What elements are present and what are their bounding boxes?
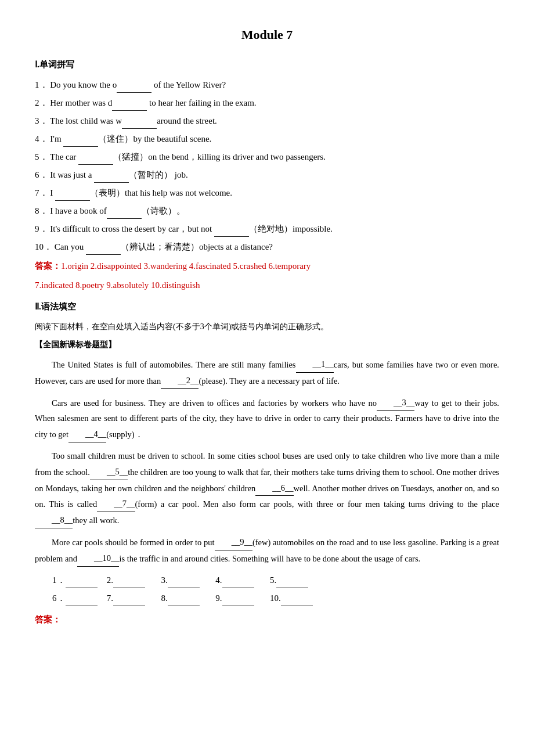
question-5: 5． The car （猛撞）on the bend，killing its d… — [35, 149, 499, 165]
answer-row-2: 6． 7. 8. 9. 10. — [35, 591, 499, 606]
section1: Ⅰ.单词拼写 1． Do you know the o of the Yello… — [35, 57, 499, 293]
tag-line: 【全国新课标卷题型】 — [35, 337, 499, 352]
para3-blank8: __8__ — [35, 512, 73, 528]
question-1: 1． Do you know the o of the Yellow River… — [35, 77, 499, 93]
question-6: 6． It was just a （暂时的） job. — [35, 167, 499, 183]
ans-blank-2 — [113, 588, 145, 588]
section2-answer-label: 答案： — [35, 612, 499, 628]
answer-text-2: 7.indicated 8.poetry 9.absolutely 10.dis… — [35, 280, 200, 290]
section1-heading: Ⅰ.单词拼写 — [35, 57, 499, 73]
q8-num: 8． — [35, 206, 48, 215]
q8-blank — [107, 218, 142, 219]
ans-item-3: 3. — [161, 573, 208, 588]
answer-text-1: 1.origin 2.disappointed 3.wandering 4.fa… — [61, 261, 311, 271]
q9-blank — [214, 236, 249, 237]
para3-blank6: __6__ — [255, 480, 293, 496]
q1-text-before: Do you know the o — [50, 80, 117, 89]
q4-num: 4． — [35, 134, 48, 143]
q5-text-before: The car — [50, 152, 78, 161]
q4-text-after: by the beautiful scene. — [133, 134, 211, 143]
q10-blank — [86, 254, 121, 255]
q5-num: 5． — [35, 152, 48, 161]
q7-hint: （表明） — [90, 188, 125, 197]
para2-blank3: __3__ — [377, 395, 414, 411]
page-title: Module 7 — [35, 23, 499, 46]
q3-blank — [122, 128, 157, 129]
para3-blank5: __5__ — [90, 464, 128, 480]
answer-row-1: 1． 2. 3. 4. 5. — [35, 573, 499, 588]
ans-item-7: 7. — [107, 591, 153, 606]
q2-text-after: to hear her failing in the exam. — [147, 98, 256, 107]
q6-blank — [94, 182, 129, 183]
ans-item-8: 8. — [161, 591, 208, 606]
reading-para-1: The United States is full of automobiles… — [35, 357, 499, 389]
question-10: 10． Can you （辨认出；看清楚）objects at a distan… — [35, 239, 499, 255]
q9-text-after: impossible. — [293, 224, 333, 233]
para1-blank2: __2__ — [161, 373, 199, 389]
question-4: 4． I'm （迷住）by the beautiful scene. — [35, 131, 499, 147]
q2-num: 2． — [35, 98, 48, 107]
q3-num: 3． — [35, 116, 48, 125]
para1-blank1: __1__ — [296, 357, 334, 373]
para4-blank10: __10__ — [77, 550, 120, 567]
reading-para-2: Cars are used for business. They are dri… — [35, 395, 499, 442]
ans-item-9: 9. — [215, 591, 262, 606]
reading-para-4: More car pools should be formed in order… — [35, 534, 499, 567]
question-2: 2． Her mother was d to hear her failing … — [35, 95, 499, 111]
para2-blank4: __4__ — [68, 426, 106, 442]
q6-text-after: job. — [172, 170, 188, 179]
q4-hint: （迷住） — [98, 134, 133, 143]
ans-blank-4 — [222, 588, 254, 588]
q10-num: 10． — [35, 242, 52, 251]
section1-answer: 答案：1.origin 2.disappointed 3.wandering 4… — [35, 258, 499, 274]
q1-text-after: of the Yellow River? — [151, 80, 226, 89]
q1-blank — [117, 92, 151, 93]
section2: Ⅱ.语法填空 阅读下面材料，在空白处填入适当内容(不多于3个单词)或括号内单词的… — [35, 299, 499, 628]
q9-num: 9． — [35, 224, 48, 233]
q7-blank — [55, 200, 90, 201]
question-9: 9． It's difficult to cross the desert by… — [35, 221, 499, 237]
para4-blank9: __9__ — [215, 534, 252, 550]
q4-text-before: I'm — [50, 134, 63, 143]
question-8: 8． I have a book of（诗歌）。 — [35, 203, 499, 219]
ans-blank-6 — [66, 606, 98, 606]
q7-num: 7． — [35, 188, 48, 197]
reading-para-3: Too small children must be driven to sch… — [35, 448, 499, 528]
ans-item-1: 1． — [52, 573, 99, 588]
ans-blank-8 — [168, 606, 200, 606]
q3-text-before: The lost child was w — [50, 116, 122, 125]
q2-text-before: Her mother was d — [50, 98, 112, 107]
q6-text-before: It was just a — [50, 170, 94, 179]
question-7: 7． I （表明）that his help was not welcome. — [35, 185, 499, 201]
q6-hint: （暂时的） — [129, 170, 172, 179]
q9-hint: （绝对地） — [249, 224, 293, 233]
question-3: 3． The lost child was waround the street… — [35, 113, 499, 129]
q4-blank — [63, 146, 98, 147]
section1-answer2: 7.indicated 8.poetry 9.absolutely 10.dis… — [35, 278, 499, 293]
q6-num: 6． — [35, 170, 48, 179]
q1-num: 1． — [35, 80, 48, 89]
ans-blank-9 — [222, 606, 254, 606]
ans-item-5: 5. — [270, 573, 316, 588]
q10-text-after: objects at a distance? — [199, 242, 273, 251]
q8-hint: （诗歌） — [142, 206, 176, 215]
q8-text-after: 。 — [176, 206, 185, 215]
reading-instruction: 阅读下面材料，在空白处填入适当内容(不多于3个单词)或括号内单词的正确形式。 — [35, 319, 499, 334]
q5-blank — [78, 164, 113, 165]
q3-text-after: around the street. — [157, 116, 217, 125]
ans-blank-5 — [276, 588, 308, 588]
q10-text-before: Can you — [55, 242, 86, 251]
q2-blank — [112, 110, 147, 111]
answer-label-1: 答案： — [35, 261, 61, 271]
ans-blank-10 — [281, 606, 313, 606]
ans-item-10: 10. — [270, 591, 316, 606]
ans-item-2: 2. — [107, 573, 153, 588]
ans-blank-7 — [113, 606, 145, 606]
q5-hint: （猛撞） — [113, 152, 148, 161]
q5-text-after: on the bend，killing its driver and two p… — [148, 152, 326, 161]
q7-text-before: I — [50, 188, 55, 197]
q8-text-before: I have a book of — [50, 206, 106, 215]
section2-heading: Ⅱ.语法填空 — [35, 299, 499, 315]
q7-text-after: that his help was not welcome. — [125, 188, 232, 197]
ans-blank-3 — [168, 588, 200, 588]
